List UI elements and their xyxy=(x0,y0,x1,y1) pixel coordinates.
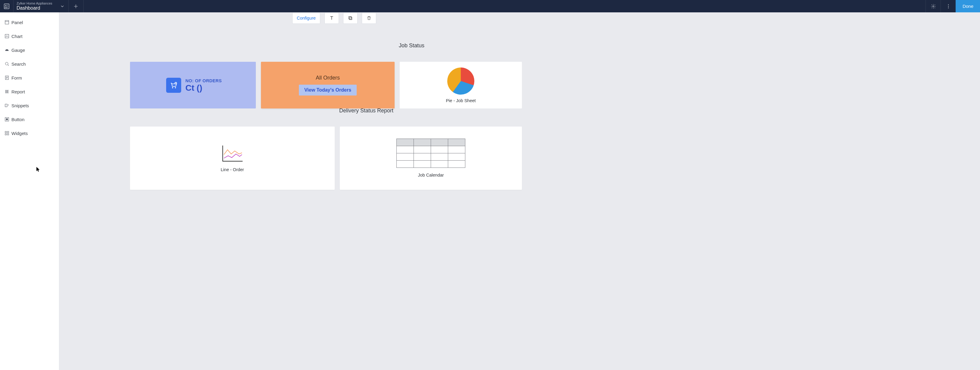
dashboard-icon xyxy=(3,3,10,10)
svg-rect-14 xyxy=(8,131,9,133)
done-button[interactable]: Done xyxy=(956,0,980,12)
sidebar-item-label: Snippets xyxy=(11,103,29,108)
pie-chart-icon xyxy=(447,67,474,95)
view-todays-orders-button[interactable]: View Today's Orders xyxy=(299,85,357,96)
dashboard-canvas[interactable]: Configure Job Status Delivery Status Rep… xyxy=(59,12,980,370)
settings-button[interactable] xyxy=(926,0,940,12)
page-name: Dashboard xyxy=(17,6,52,11)
sidebar-item-label: Widgets xyxy=(11,131,28,136)
svg-rect-18 xyxy=(349,17,351,19)
cart-plus-icon xyxy=(169,81,178,89)
svg-rect-16 xyxy=(8,134,9,135)
gear-icon xyxy=(931,3,936,9)
copy-icon xyxy=(348,15,353,21)
text-icon xyxy=(329,15,334,21)
svg-rect-6 xyxy=(5,21,9,24)
rename-button[interactable] xyxy=(325,12,339,24)
orders-count-text: NO: OF ORDERS Ct () xyxy=(185,78,222,92)
dashboard-app-icon[interactable] xyxy=(0,0,14,12)
svg-rect-15 xyxy=(5,134,6,135)
orders-count-value: Ct () xyxy=(185,84,222,92)
page-switcher-dropdown[interactable] xyxy=(57,0,68,12)
line-order-caption: Line - Order xyxy=(221,167,244,172)
calendar-grid-icon xyxy=(396,139,465,168)
mouse-cursor-icon xyxy=(36,167,40,172)
sidebar-item-report[interactable]: Report xyxy=(0,85,59,99)
sidebar-item-label: Panel xyxy=(11,20,23,25)
top-bar-right: Done xyxy=(926,0,980,12)
workspace: Panel Chart Gauge Search Form xyxy=(0,12,980,370)
add-page-button[interactable] xyxy=(68,0,84,12)
page-title-block: Zylker Home Appliances Dashboard xyxy=(14,0,57,12)
job-status-section-title: Job Status xyxy=(399,43,425,49)
search-icon xyxy=(3,61,11,67)
sidebar-item-label: Form xyxy=(11,75,22,80)
job-calendar-caption: Job Calendar xyxy=(418,173,444,177)
chevron-down-icon xyxy=(60,4,65,9)
line-order-widget[interactable]: Line - Order xyxy=(130,126,335,190)
delete-button[interactable] xyxy=(362,12,376,24)
widget-context-toolbar: Configure xyxy=(292,12,376,24)
top-bar-left: Zylker Home Appliances Dashboard xyxy=(0,0,84,12)
plus-icon xyxy=(73,3,78,9)
app-name: Zylker Home Appliances xyxy=(17,2,52,5)
form-icon xyxy=(3,75,11,80)
configure-button[interactable]: Configure xyxy=(292,12,320,24)
chart-icon xyxy=(3,33,11,39)
svg-point-8 xyxy=(5,62,8,65)
gauge-icon xyxy=(3,47,11,53)
report-icon xyxy=(3,89,11,94)
widgets-icon xyxy=(3,131,11,136)
sidebar-item-form[interactable]: Form xyxy=(0,71,59,85)
sidebar-item-label: Search xyxy=(11,61,26,67)
all-orders-widget[interactable]: All Orders View Today's Orders xyxy=(261,62,395,108)
svg-rect-0 xyxy=(4,3,10,9)
trash-icon xyxy=(366,15,372,21)
svg-point-5 xyxy=(948,8,948,8)
sidebar-item-search[interactable]: Search xyxy=(0,57,59,71)
svg-rect-12 xyxy=(6,118,8,120)
svg-point-20 xyxy=(175,87,176,88)
sidebar-item-chart[interactable]: Chart xyxy=(0,29,59,43)
kebab-icon xyxy=(946,3,951,9)
panel-icon xyxy=(3,19,11,25)
sidebar-item-snippets[interactable]: Snippets xyxy=(0,99,59,112)
line-chart-icon xyxy=(220,144,244,164)
sidebar-item-label: Gauge xyxy=(11,48,25,53)
sidebar-item-label: Report xyxy=(11,89,25,94)
svg-point-3 xyxy=(948,4,948,5)
job-status-widget[interactable]: Pie - Job Sheet xyxy=(400,62,522,108)
snippets-icon xyxy=(3,103,11,108)
orders-count-widget[interactable]: NO: OF ORDERS Ct () xyxy=(130,62,256,108)
sidebar-item-button[interactable]: Button xyxy=(0,112,59,126)
job-calendar-widget[interactable]: Job Calendar xyxy=(340,126,522,190)
svg-point-4 xyxy=(948,6,948,6)
sidebar-item-widgets[interactable]: Widgets xyxy=(0,126,59,140)
svg-rect-10 xyxy=(5,104,7,107)
sidebar-item-label: Chart xyxy=(11,34,22,39)
button-icon xyxy=(3,116,11,122)
cart-icon-box xyxy=(166,78,181,93)
delivery-status-section-title: Delivery Status Report xyxy=(339,108,393,114)
svg-rect-17 xyxy=(350,17,352,19)
svg-point-19 xyxy=(172,87,173,88)
widget-sidebar: Panel Chart Gauge Search Form xyxy=(0,12,59,370)
top-bar: Zylker Home Appliances Dashboard xyxy=(0,0,980,12)
sidebar-item-label: Button xyxy=(11,117,24,122)
svg-point-1 xyxy=(5,5,6,6)
duplicate-button[interactable] xyxy=(343,12,358,24)
job-status-caption: Pie - Job Sheet xyxy=(446,98,476,103)
all-orders-title: All Orders xyxy=(316,75,340,81)
sidebar-item-gauge[interactable]: Gauge xyxy=(0,43,59,57)
more-options-button[interactable] xyxy=(940,0,956,12)
sidebar-item-panel[interactable]: Panel xyxy=(0,15,59,29)
svg-rect-13 xyxy=(5,131,6,133)
orders-count-label: NO: OF ORDERS xyxy=(185,78,222,83)
svg-point-2 xyxy=(932,5,934,7)
